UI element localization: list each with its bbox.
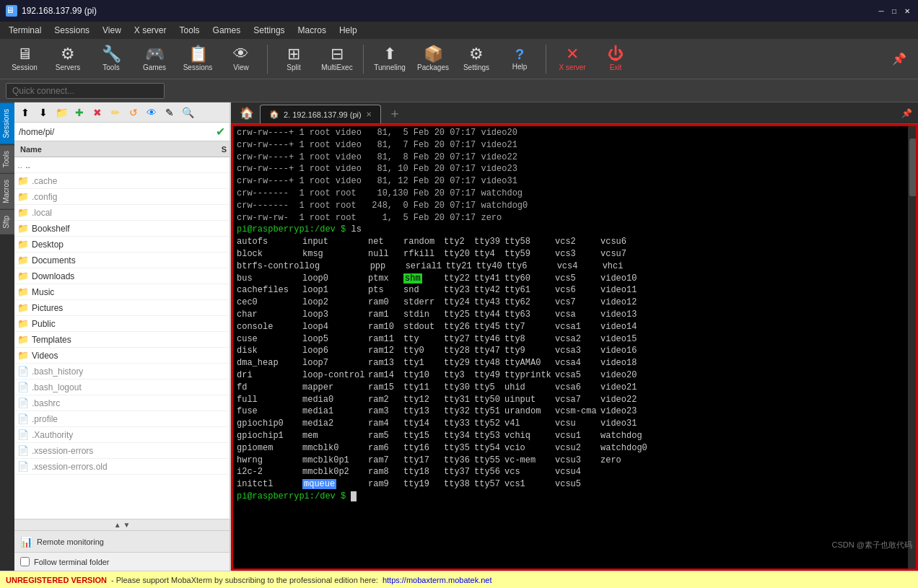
list-item[interactable]: 📄.bash_history <box>14 364 230 379</box>
tab-home-icon[interactable]: 🏠 <box>234 106 260 120</box>
side-tabs: Sessions Tools Macros Sftp <box>0 102 14 571</box>
side-tab-macros[interactable]: Macros <box>0 173 14 209</box>
close-button[interactable]: ✕ <box>902 6 912 16</box>
session-icon: 🖥 <box>17 46 32 62</box>
terminal-scrollbar[interactable] <box>908 124 918 571</box>
scroll-arrow[interactable]: ▲ ▼ <box>14 519 230 530</box>
toolbar-settings-button[interactable]: ⚙ Settings <box>458 42 495 76</box>
file-name: .xsession-errors.old <box>32 462 227 472</box>
list-item[interactable]: .... <box>14 157 230 173</box>
split-icon: ⊞ <box>287 46 300 62</box>
file-newdir-button[interactable]: 📁 <box>53 105 69 120</box>
quick-connect-input[interactable] <box>6 83 165 99</box>
remote-monitoring[interactable]: 📊 Remote monitoring <box>14 530 230 552</box>
col-name-header: Name <box>17 145 205 154</box>
folder-icon: 📁 <box>17 207 29 218</box>
list-item[interactable]: 📄.profile <box>14 411 230 427</box>
toolbar-session-button[interactable]: 🖥 Session <box>6 42 43 76</box>
file-panel: ⬆ ⬇ 📁 ✚ ✖ ✏ ↺ 👁 ✎ 🔍 /home/pi/ ✔ Name S .… <box>14 102 231 571</box>
toolbar-view-button[interactable]: 👁 View <box>222 42 260 76</box>
menu-view[interactable]: View <box>97 24 127 37</box>
toolbar-servers-button[interactable]: ⚙ Servers <box>49 42 87 76</box>
menu-help[interactable]: Help <box>333 24 363 37</box>
list-item[interactable]: 📁Pictures <box>14 300 230 316</box>
scroll-thumb[interactable] <box>909 139 917 196</box>
file-edit-button[interactable]: ✎ <box>162 105 178 120</box>
menu-settings[interactable]: Settings <box>248 24 290 37</box>
toolbar-xserver-button[interactable]: ✕ X server <box>554 42 591 76</box>
list-item[interactable]: 📄.xsession-errors <box>14 443 230 459</box>
list-item[interactable]: 📁Documents <box>14 253 230 268</box>
toolbar-tools-button[interactable]: 🔧 Tools <box>92 42 130 76</box>
follow-terminal-checkbox[interactable] <box>20 557 30 566</box>
title-bar: 🖥 192.168.137.99 (pi) ─ □ ✕ <box>0 0 918 22</box>
file-filter-button[interactable]: 🔍 <box>180 105 196 120</box>
list-item[interactable]: 📁Music <box>14 284 230 300</box>
tab-close-button[interactable]: ✕ <box>366 110 372 118</box>
toolbar-help-button[interactable]: ? Help <box>501 42 538 76</box>
folder-icon: 📁 <box>17 255 29 266</box>
toolbar-tunneling-button[interactable]: ⬆ Tunneling <box>371 42 408 76</box>
menu-tools[interactable]: Tools <box>174 24 206 37</box>
maximize-button[interactable]: □ <box>889 6 899 16</box>
file-add-button[interactable]: ✚ <box>71 105 87 120</box>
terminal-content[interactable]: crw-rw----+ 1 root video 81, 5 Feb 20 07… <box>231 124 918 571</box>
side-tab-tools[interactable]: Tools <box>0 144 14 173</box>
menu-terminal[interactable]: Terminal <box>3 24 47 37</box>
add-tab-button[interactable]: ＋ <box>382 105 407 122</box>
terminal-tab[interactable]: 🏠 2. 192.168.137.99 (pi) ✕ <box>260 105 381 123</box>
file-view-button[interactable]: 👁 <box>144 105 159 120</box>
menu-xserver[interactable]: X server <box>128 24 172 37</box>
list-item[interactable]: 📄.bashrc <box>14 395 230 411</box>
toolbar-settings-label: Settings <box>463 63 489 71</box>
toolbar-split-button[interactable]: ⊞ Split <box>275 42 312 76</box>
toolbar-multiexec-button[interactable]: ⊟ MultiExec <box>318 42 356 76</box>
toolbar-games-button[interactable]: 🎮 Games <box>136 42 173 76</box>
list-item[interactable]: 📄.Xauthority <box>14 427 230 443</box>
list-item[interactable]: 📁Templates <box>14 332 230 348</box>
side-tab-sessions[interactable]: Sessions <box>0 102 14 144</box>
remote-monitoring-label: Remote monitoring <box>37 537 104 546</box>
list-item[interactable]: 📄.xsession-errors.old <box>14 459 230 475</box>
path-ok-icon[interactable]: ✔ <box>216 125 225 139</box>
tab-label: 2. 192.168.137.99 (pi) <box>284 110 362 119</box>
list-item[interactable]: 📁.config <box>14 189 230 205</box>
toolbar-tunneling-label: Tunneling <box>374 63 406 71</box>
list-item[interactable]: 📁Public <box>14 316 230 332</box>
list-item[interactable]: 📁.local <box>14 205 230 221</box>
toolbar-help-label: Help <box>512 63 528 71</box>
list-item[interactable]: 📁Downloads <box>14 268 230 284</box>
file-name: .Xauthority <box>32 430 227 440</box>
file-name: Downloads <box>32 271 227 281</box>
list-item[interactable]: 📁Bookshelf <box>14 221 230 237</box>
side-tab-sftp[interactable]: Sftp <box>0 209 14 234</box>
status-link[interactable]: https://mobaxterm.mobatek.net <box>382 576 492 584</box>
list-item[interactable]: 📁Desktop <box>14 237 230 253</box>
file-list[interactable]: ....📁.cache📁.config📁.local📁Bookshelf📁Des… <box>14 157 230 519</box>
folder-icon: 📁 <box>17 350 29 361</box>
menu-games[interactable]: Games <box>207 24 247 37</box>
file-icon: 📄 <box>17 429 29 440</box>
menu-macros[interactable]: Macros <box>292 24 332 37</box>
toolbar-exit-button[interactable]: ⏻ Exit <box>597 42 634 76</box>
file-rename-button[interactable]: ✏ <box>108 105 123 120</box>
title-left: 🖥 192.168.137.99 (pi) <box>6 5 97 17</box>
menu-sessions[interactable]: Sessions <box>48 24 95 37</box>
xserver-icon: ✕ <box>566 46 579 62</box>
path-input[interactable]: /home/pi/ <box>19 127 213 137</box>
terminal-area[interactable]: 🏠 🏠 2. 192.168.137.99 (pi) ✕ ＋ 📌 crw-rw-… <box>231 102 918 571</box>
tab-home-small-icon: 🏠 <box>269 110 279 119</box>
toolbar-session-label: Session <box>12 63 38 71</box>
file-up-button[interactable]: ⬆ <box>17 105 33 120</box>
unregistered-label: UNREGISTERED VERSION <box>6 576 107 584</box>
list-item[interactable]: 📄.bash_logout <box>14 379 230 395</box>
folder-icon: 📁 <box>17 271 29 281</box>
minimize-button[interactable]: ─ <box>876 6 886 16</box>
file-delete-button[interactable]: ✖ <box>89 105 105 120</box>
list-item[interactable]: 📁Videos <box>14 348 230 364</box>
file-download-button[interactable]: ⬇ <box>35 105 51 120</box>
toolbar-packages-button[interactable]: 📦 Packages <box>414 42 452 76</box>
file-refresh-button[interactable]: ↺ <box>126 105 141 120</box>
list-item[interactable]: 📁.cache <box>14 173 230 189</box>
toolbar-sessions2-button[interactable]: 📋 Sessions <box>179 42 217 76</box>
